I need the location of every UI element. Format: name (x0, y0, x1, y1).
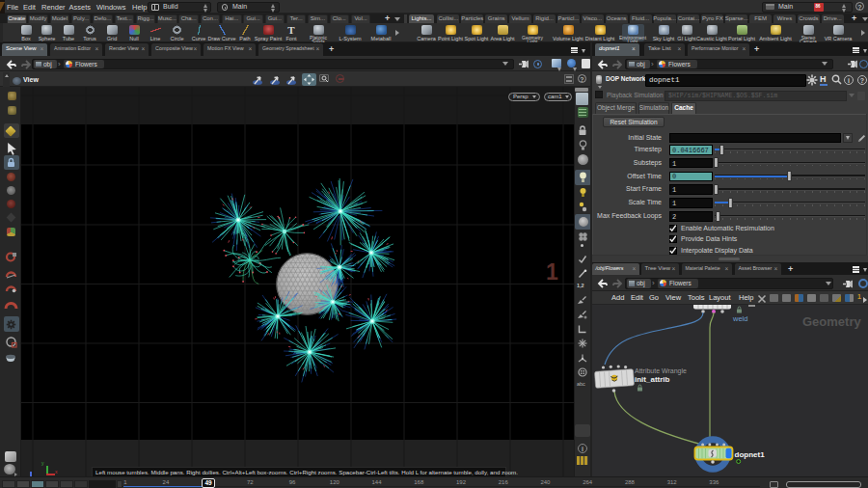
svg-text:init_attrib: init_attrib (635, 375, 670, 384)
svg-text:dopnet1: dopnet1 (735, 450, 766, 459)
svg-text:Attribute Wrangle: Attribute Wrangle (635, 367, 687, 375)
svg-text:weld: weld (732, 314, 747, 323)
svg-text:1: 1 (546, 259, 558, 285)
svg-text:Geometry: Geometry (802, 314, 861, 329)
